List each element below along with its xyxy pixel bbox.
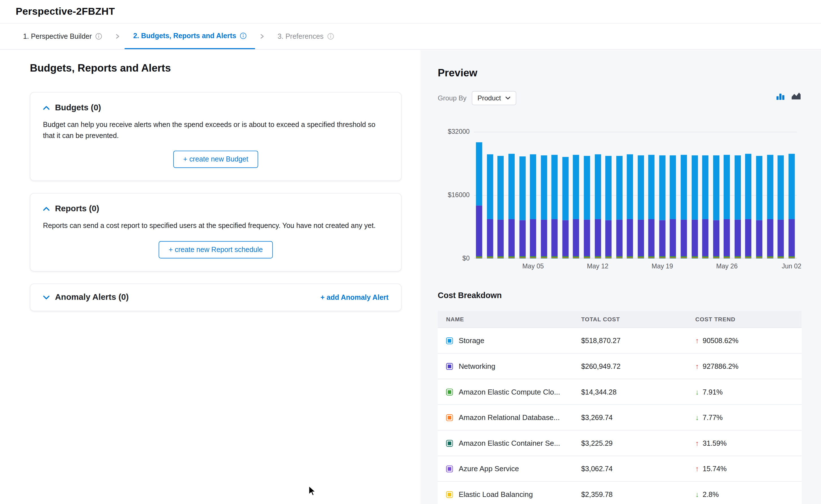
cost-chart: $0$16000$32000 May 05May 12May 19May 26J…	[431, 127, 810, 273]
chart-bar-segment	[756, 156, 762, 220]
trend-up-icon: ↑	[695, 439, 699, 447]
chevron-up-icon[interactable]	[43, 206, 50, 211]
chart-bar-segment	[551, 219, 558, 256]
chart-bar-segment	[605, 220, 611, 256]
y-axis-label: $16000	[448, 191, 470, 199]
info-icon[interactable]	[95, 33, 102, 40]
budgets-card-description: Budget can help you receive alerts when …	[43, 120, 389, 141]
row-total-cost: $3,269.74	[581, 413, 695, 421]
chart-bar	[713, 155, 719, 259]
info-icon[interactable]	[240, 33, 247, 39]
chart-bar	[508, 154, 515, 258]
tab-preferences[interactable]: 3. Preferences	[269, 23, 343, 49]
stepper-tabs: 1. Perspective Builder 2. Budgets, Repor…	[0, 23, 821, 49]
table-row[interactable]: Networking$260,949.72↑927886.2%	[438, 354, 801, 379]
chevron-up-icon[interactable]	[43, 105, 50, 110]
breakdown-table: NAME TOTAL COST COST TREND Storage$518,8…	[438, 311, 801, 504]
breakdown-table-body: Storage$518,870.27↑90508.62%Networking$2…	[438, 328, 801, 504]
table-row[interactable]: Azure App Service$3,062.74↑15.74%	[438, 456, 801, 482]
table-row[interactable]: Amazon Relational Database...$3,269.74↓7…	[438, 405, 801, 431]
series-color-swatch	[446, 491, 453, 498]
row-trend-value: 90508.62%	[703, 337, 738, 344]
group-by-row: Group By Product	[438, 91, 516, 105]
area-chart-icon[interactable]	[791, 92, 801, 100]
info-icon[interactable]	[327, 33, 334, 40]
app-header: Perspective-2FBZHT	[0, 0, 821, 23]
group-by-select[interactable]: Product	[472, 91, 516, 105]
chart-bar-segment	[605, 156, 611, 220]
chart-bar-segment	[541, 219, 547, 256]
chart-bar	[788, 154, 795, 258]
budgets-card: Budgets (0) Budget can help you receive …	[30, 92, 401, 181]
chart-bar-segment	[778, 156, 784, 220]
add-anomaly-alert-link[interactable]: + add Anomaly Alert	[321, 293, 388, 301]
reports-card-description: Reports can send a cost report to specif…	[43, 221, 389, 232]
reports-card-title: Reports (0)	[55, 204, 99, 213]
chart-y-labels: $0$16000$32000	[431, 132, 470, 259]
chart-bar-segment	[659, 155, 665, 220]
chart-bar	[551, 155, 558, 259]
chart-bar-segment	[573, 155, 579, 219]
chart-bar-segment	[551, 258, 558, 258]
tab-perspective-builder[interactable]: 1. Perspective Builder	[15, 23, 111, 49]
chart-bar	[573, 155, 579, 259]
chart-bar-segment	[713, 258, 719, 258]
preview-panel: Preview Group By Product	[420, 50, 821, 504]
chart-bar-segment	[681, 155, 687, 220]
chevron-down-icon	[505, 96, 510, 100]
table-row[interactable]: Amazon Elastic Compute Clo...$14,344.28↓…	[438, 379, 801, 405]
chart-bar-segment	[681, 258, 687, 258]
series-color-swatch	[446, 414, 453, 421]
x-axis-label: May 19	[652, 262, 673, 270]
chart-bar-segment	[788, 258, 795, 258]
chevron-down-icon[interactable]	[43, 295, 50, 300]
chart-bar-segment	[508, 154, 515, 219]
x-axis-label: May 26	[716, 262, 738, 270]
chart-plot	[474, 132, 797, 259]
tab-budgets-reports-alerts[interactable]: 2. Budgets, Reports and Alerts	[125, 23, 255, 49]
left-pane: Budgets, Reports and Alerts Budgets (0) …	[0, 50, 419, 311]
chart-bar	[530, 154, 536, 259]
chart-bar-segment	[691, 258, 698, 258]
row-name: Amazon Elastic Container Se...	[459, 439, 560, 447]
table-row[interactable]: Amazon Elastic Container Se...$3,225.29↑…	[438, 430, 801, 456]
chart-bar-segment	[681, 219, 687, 256]
budgets-card-title: Budgets (0)	[55, 103, 101, 112]
trend-down-icon: ↓	[695, 413, 699, 422]
chart-bar-segment	[670, 156, 676, 219]
chart-bar-segment	[767, 219, 773, 256]
y-axis-label: $32000	[448, 128, 470, 135]
chart-bar-segment	[541, 155, 547, 219]
chart-bar	[541, 155, 547, 258]
group-by-value: Product	[478, 94, 501, 102]
chart-bar	[616, 156, 622, 258]
x-axis-label: May 12	[587, 262, 608, 270]
row-trend-value: 31.59%	[703, 439, 727, 447]
chart-bar-segment	[670, 219, 676, 256]
chart-bar	[605, 156, 611, 258]
chart-bar-segment	[724, 219, 730, 256]
row-trend-value: 2.8%	[703, 490, 719, 498]
tab-label: 1. Perspective Builder	[23, 33, 92, 40]
gridline	[474, 132, 797, 132]
chart-bar-segment	[487, 258, 493, 258]
chart-bar-segment	[594, 154, 601, 219]
create-budget-button[interactable]: + create new Budget	[173, 151, 258, 168]
chart-bar-segment	[530, 219, 536, 256]
create-report-schedule-button[interactable]: + create new Report schedule	[159, 241, 273, 258]
trend-up-icon: ↑	[695, 336, 699, 345]
row-total-cost: $3,225.29	[581, 439, 695, 447]
chart-bar-segment	[573, 219, 579, 256]
chart-bar-segment	[487, 154, 493, 219]
chart-bar-segment	[778, 220, 784, 256]
chart-bar-segment	[627, 219, 633, 256]
table-row[interactable]: Elastic Load Balancing$2,359.78↓2.8%	[438, 482, 801, 504]
chart-bar	[691, 156, 698, 259]
bar-chart-icon[interactable]	[776, 92, 785, 100]
chart-bar-segment	[519, 156, 525, 220]
chart-bar-segment	[487, 219, 493, 256]
series-color-swatch	[446, 337, 453, 344]
table-row[interactable]: Storage$518,870.27↑90508.62%	[438, 328, 801, 354]
chart-bar-segment	[562, 220, 568, 256]
chart-bar	[476, 142, 482, 259]
